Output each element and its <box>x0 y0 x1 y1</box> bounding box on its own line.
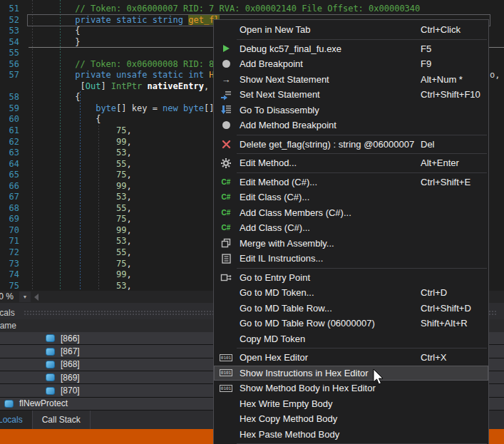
menu-item-label: Open Hex Editor <box>240 352 308 363</box>
locals-panel-title: Locals <box>0 308 15 318</box>
code-line-51: 51 // Token: 0x06000007 RID: 7 RVA: 0x00… <box>0 4 504 15</box>
menu-item-shortcut: Ctrl+Shift+F10 <box>421 89 480 100</box>
code-text[interactable]: 53, <box>24 148 132 159</box>
menu-item-add-class-members-c[interactable]: C#Add Class Members (C#)... <box>214 205 488 221</box>
field-icon <box>46 334 55 342</box>
menu-item-set-next-statement[interactable]: Set Next StatementCtrl+Shift+F10 <box>214 87 488 103</box>
line-number: 73 <box>0 259 19 270</box>
menu-item-label: Hex Write Empty Body <box>240 398 333 409</box>
menu-item-edit-method-c[interactable]: C#Edit Method (C#)...Ctrl+Shift+E <box>214 175 488 190</box>
menu-separator <box>237 153 487 154</box>
zoom-level-label: 100 % <box>0 291 14 301</box>
field-icon <box>46 373 55 381</box>
menu-item-merge-with-assembly[interactable]: Merge with Assembly... <box>214 236 488 252</box>
code-text[interactable]: { <box>24 26 80 37</box>
code-text[interactable]: } <box>24 37 80 48</box>
menu-item-delete-get-flag-string-string-06000007[interactable]: Delete get_flag(string) : string @060000… <box>214 137 488 153</box>
tab-locals[interactable]: Locals <box>0 411 33 429</box>
code-text[interactable]: 55, <box>24 247 132 259</box>
merge-assembly-icon <box>217 238 235 248</box>
code-text[interactable]: 75, <box>24 259 132 270</box>
code-text[interactable]: 75, <box>24 125 132 137</box>
code-text[interactable]: { <box>24 114 101 125</box>
menu-item-label: Set Next Statement <box>240 89 320 100</box>
menu-item-open-hex-editor[interactable]: 0101Open Hex EditorCtrl+X <box>214 350 488 366</box>
code-text[interactable]: 53, <box>24 192 132 203</box>
menu-item-edit-method[interactable]: Edit Method...Alt+Enter <box>214 155 488 171</box>
code-text[interactable]: // Token: 0x06000008 RID: 8 <box>24 59 214 71</box>
tab-call-stack-label: Call Stack <box>42 415 81 425</box>
menu-item-show-method-body-in-hex-editor[interactable]: 0101Show Method Body in Hex Editor <box>214 381 488 396</box>
menu-item-hex-write-empty-body[interactable]: Hex Write Empty Body <box>214 396 488 412</box>
tab-call-stack[interactable]: Call Stack <box>33 411 91 429</box>
menu-item-show-instructions-in-hex-editor[interactable]: 0101Show Instructions in Hex Editor <box>214 366 488 381</box>
menu-item-go-to-md-token[interactable]: Go to MD Token...Ctrl+D <box>214 285 488 301</box>
code-text[interactable]: [Out] IntPtr nativeEntry, <box>24 81 209 93</box>
name-column-header: Name <box>0 321 16 331</box>
menu-item-label: Add Class Members (C#)... <box>240 207 351 218</box>
field-icon <box>46 387 55 395</box>
code-text[interactable]: // Token: 0x06000007 RID: 7 RVA: 0x00002… <box>24 4 420 15</box>
scrollbar-left-arrow-icon[interactable] <box>34 294 38 301</box>
hex-editor-icon: 0101 <box>217 369 235 376</box>
code-text[interactable]: 75, <box>24 214 132 225</box>
menu-item-label: Hex Paste Method Body <box>240 429 339 440</box>
menu-item-label: Edit Method... <box>240 158 297 168</box>
code-text[interactable]: { <box>24 92 80 103</box>
menu-item-shortcut: Del <box>421 139 435 150</box>
zoom-dropdown-button[interactable]: ▼ <box>19 291 31 302</box>
menu-separator <box>237 268 487 269</box>
locals-row-label: [868] <box>61 359 80 369</box>
menu-item-label: Debug kc57_final_fu.exe <box>240 43 341 54</box>
line-number: 71 <box>0 236 19 247</box>
code-text[interactable]: 55, <box>24 203 132 215</box>
menu-item-hex-copy-method-body[interactable]: Hex Copy Method Body <box>214 411 488 427</box>
hex-editor-icon: 0101 <box>217 354 235 361</box>
dnspy-window: { "editor": { "zoom_control": {"value": … <box>0 0 504 444</box>
csharp-icon: C# <box>217 209 235 217</box>
line-number: 51 <box>0 4 19 15</box>
code-text[interactable]: 75, <box>24 170 132 181</box>
menu-item-label: Go To Disassembly <box>240 105 319 115</box>
menu-item-shortcut: Alt+Enter <box>421 158 459 168</box>
code-text[interactable]: private unsafe static int H <box>24 70 214 81</box>
code-text-fragment[interactable]: o, <box>490 70 500 80</box>
code-text[interactable]: 99, <box>24 181 132 192</box>
code-text[interactable]: 99, <box>24 137 132 148</box>
menu-item-label: Open in New Tab <box>240 24 311 35</box>
code-text[interactable]: byte[] key = new byte[] <box>24 103 214 115</box>
code-text[interactable]: 53, <box>24 281 132 291</box>
menu-item-go-to-disassembly[interactable]: Go To Disassembly <box>214 103 488 118</box>
code-text[interactable]: private static string get_fl <box>24 15 220 26</box>
menu-item-shortcut: F5 <box>421 43 431 54</box>
menu-item-add-breakpoint[interactable]: Add BreakpointF9 <box>214 56 488 72</box>
field-icon <box>46 361 55 368</box>
code-text[interactable]: 55, <box>24 159 132 170</box>
menu-item-add-method-breakpoint[interactable]: Add Method Breakpoint <box>214 118 488 133</box>
menu-item-add-class-c[interactable]: C#Add Class (C#)... <box>214 220 488 236</box>
menu-item-go-to-md-table-row-06000007[interactable]: Go to MD Table Row (06000007)Shift+Alt+R <box>214 316 488 331</box>
menu-item-show-next-statement[interactable]: →Show Next StatementAlt+Num * <box>214 72 488 88</box>
code-text[interactable]: 99, <box>24 269 132 281</box>
menu-item-edit-class-c[interactable]: C#Edit Class (C#)... <box>214 190 488 205</box>
menu-item-open-in-new-tab[interactable]: Open in New TabCtrl+Click <box>214 22 488 38</box>
menu-item-label: Show Instructions in Hex Editor <box>240 368 369 378</box>
menu-item-go-to-md-table-row[interactable]: Go to MD Table Row...Ctrl+Shift+D <box>214 301 488 316</box>
menu-item-label: Edit Method (C#)... <box>240 177 317 187</box>
menu-item-debug-kc57-final-fu-exe[interactable]: Debug kc57_final_fu.exeF5 <box>214 41 488 57</box>
menu-item-label: Edit IL Instructions... <box>240 253 323 264</box>
menu-item-label: Go to MD Table Row (06000007) <box>240 318 375 329</box>
menu-item-copy-md-token[interactable]: Copy MD Token <box>214 331 488 347</box>
csharp-icon: C# <box>217 193 235 201</box>
code-text[interactable]: 53, <box>24 236 132 247</box>
line-number: 69 <box>0 214 19 225</box>
play-icon <box>217 45 235 52</box>
code-text[interactable]: 99, <box>24 225 132 237</box>
menu-item-go-to-entry-point[interactable]: Go to Entry Point <box>214 270 488 286</box>
menu-item-edit-il-instructions[interactable]: Edit IL Instructions... <box>214 251 488 267</box>
menu-item-hex-paste-method-body[interactable]: Hex Paste Method Body <box>214 427 488 443</box>
line-number: 58 <box>0 92 19 103</box>
line-number: 61 <box>0 125 19 137</box>
menu-item-label: Edit Class (C#)... <box>240 192 309 202</box>
locals-row-label: [866] <box>61 334 80 344</box>
